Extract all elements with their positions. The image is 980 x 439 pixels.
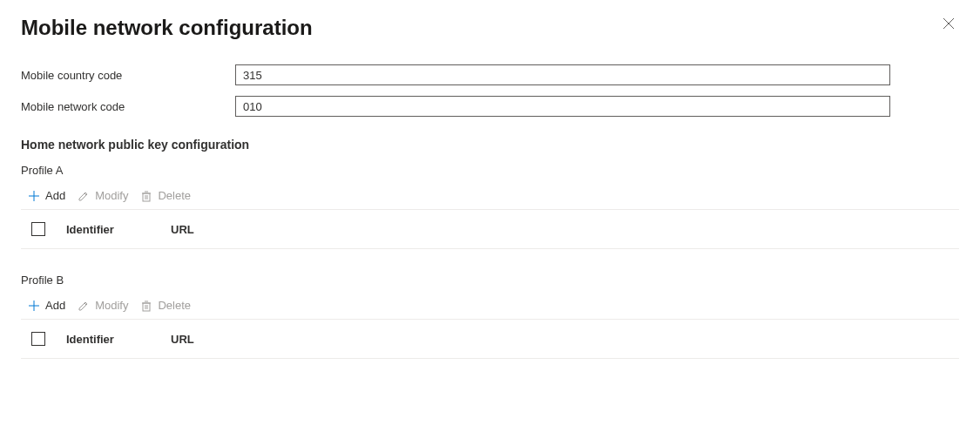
pencil-icon bbox=[78, 190, 90, 202]
profile-a-delete-button: Delete bbox=[140, 189, 191, 202]
mnc-input[interactable] bbox=[235, 96, 890, 117]
add-label: Add bbox=[45, 189, 65, 202]
delete-label: Delete bbox=[158, 189, 191, 202]
modify-label: Modify bbox=[95, 299, 128, 312]
profile-a-add-button[interactable]: Add bbox=[28, 189, 65, 202]
profile-a-modify-button: Modify bbox=[78, 189, 128, 202]
profile-b-label: Profile B bbox=[21, 274, 959, 287]
add-label: Add bbox=[45, 299, 65, 312]
profile-b-modify-button: Modify bbox=[78, 299, 128, 312]
mcc-input[interactable] bbox=[235, 64, 890, 85]
plus-icon bbox=[28, 190, 40, 202]
column-identifier: Identifier bbox=[66, 333, 171, 346]
mcc-label: Mobile country code bbox=[21, 69, 235, 82]
svg-rect-5 bbox=[143, 193, 150, 201]
plus-icon bbox=[28, 300, 40, 312]
column-url: URL bbox=[171, 333, 194, 346]
mcc-row: Mobile country code bbox=[21, 64, 959, 85]
profile-b-toolbar: Add Modify bbox=[21, 295, 959, 320]
column-identifier: Identifier bbox=[66, 223, 171, 236]
profile-b-select-all-checkbox[interactable] bbox=[31, 332, 45, 346]
mobile-network-config-panel: Mobile network configuration Mobile coun… bbox=[0, 0, 980, 404]
profile-a-table-header: Identifier URL bbox=[21, 210, 959, 249]
modify-label: Modify bbox=[95, 189, 128, 202]
pencil-icon bbox=[78, 300, 90, 312]
mnc-row: Mobile network code bbox=[21, 96, 959, 117]
column-url: URL bbox=[171, 223, 194, 236]
section-heading: Home network public key configuration bbox=[21, 138, 959, 152]
svg-rect-13 bbox=[143, 303, 150, 311]
delete-label: Delete bbox=[158, 299, 191, 312]
close-icon bbox=[943, 17, 955, 32]
profile-a-toolbar: Add Modify bbox=[21, 186, 959, 210]
profile-b-table-header: Identifier URL bbox=[21, 320, 959, 359]
profile-a-block: Profile A Add Modify bbox=[21, 164, 959, 249]
panel-title: Mobile network configuration bbox=[21, 16, 959, 40]
profile-b-delete-button: Delete bbox=[140, 299, 191, 312]
close-button[interactable] bbox=[942, 17, 956, 31]
profile-b-block: Profile B Add Modify bbox=[21, 274, 959, 359]
trash-icon bbox=[140, 300, 152, 312]
profile-b-add-button[interactable]: Add bbox=[28, 299, 65, 312]
trash-icon bbox=[140, 190, 152, 202]
profile-a-label: Profile A bbox=[21, 164, 959, 177]
profile-a-select-all-checkbox[interactable] bbox=[31, 222, 45, 236]
mnc-label: Mobile network code bbox=[21, 100, 235, 113]
